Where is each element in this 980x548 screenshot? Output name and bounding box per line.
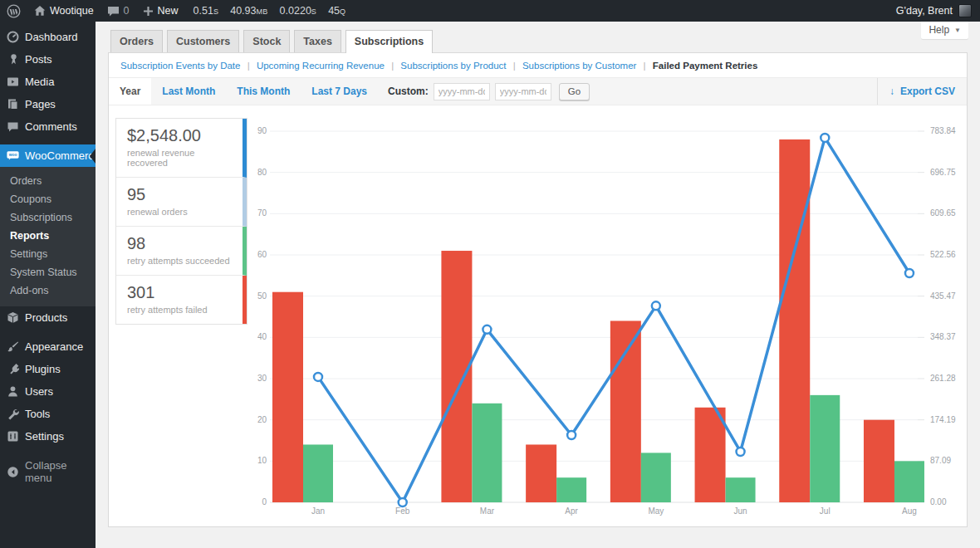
date-from-input[interactable]	[434, 83, 490, 100]
new-content-menu[interactable]: New	[136, 0, 185, 22]
plus-icon	[143, 6, 154, 17]
submenu-item-add-ons[interactable]: Add-ons	[0, 281, 96, 300]
bar-succeeded-Mar[interactable]	[472, 404, 502, 502]
bar-failed-Jul[interactable]	[779, 139, 810, 502]
sidebar-item-dashboard[interactable]: Dashboard	[0, 26, 96, 48]
line-point-Aug[interactable]	[905, 269, 914, 277]
sidebar-item-comments[interactable]: Comments	[0, 115, 96, 138]
bar-failed-Jun[interactable]	[695, 408, 726, 502]
account-greeting: G'day, Brent	[896, 5, 953, 17]
x-axis-label: Apr	[565, 506, 578, 516]
stat-query-time: 0.0220s	[280, 5, 317, 17]
line-point-Jun[interactable]	[737, 448, 745, 456]
bar-succeeded-Jun[interactable]	[726, 477, 756, 502]
submenu-item-system-status[interactable]: System Status	[0, 263, 96, 281]
submenu-item-reports[interactable]: Reports	[0, 227, 96, 245]
submenu-item-subscriptions[interactable]: Subscriptions	[0, 208, 96, 227]
bar-failed-May[interactable]	[610, 320, 641, 502]
x-axis-label: Feb	[395, 506, 410, 516]
line-point-Jul[interactable]	[821, 134, 829, 142]
export-csv-button[interactable]: ↓ Export CSV	[877, 78, 967, 105]
line-point-Apr[interactable]	[567, 431, 576, 439]
legend-label: retry attempts succeeded	[127, 256, 234, 266]
y-axis-right-tick: 696.75	[930, 168, 956, 177]
subnav-subscriptions-by-product[interactable]: Subscriptions by Product	[400, 61, 506, 71]
tab-subscriptions[interactable]: Subscriptions	[345, 30, 433, 53]
bar-failed-Jan[interactable]	[272, 292, 303, 502]
subnav-subscription-events-by-date[interactable]: Subscription Events by Date	[120, 61, 240, 71]
sidebar-item-products[interactable]: Products	[0, 306, 96, 329]
bar-succeeded-May[interactable]	[641, 453, 671, 502]
bar-succeeded-Apr[interactable]	[556, 477, 586, 502]
bar-succeeded-Jul[interactable]	[810, 395, 840, 502]
line-point-Mar[interactable]	[483, 325, 491, 334]
tab-stock[interactable]: Stock	[243, 30, 290, 52]
date-range-toolbar: Year Last Month This Month Last 7 Days C…	[109, 77, 967, 105]
bar-failed-Mar[interactable]	[441, 251, 472, 502]
legend-retry-attempts-failed[interactable]: 301 retry attempts failed	[116, 276, 247, 324]
y-axis-right-tick: 609.65	[930, 208, 956, 218]
wordpress-logo-menu[interactable]	[0, 0, 27, 22]
line-point-Feb[interactable]	[399, 498, 407, 506]
sidebar-item-plugins[interactable]: Plugins	[0, 358, 96, 380]
legend-renewal-orders[interactable]: 95 renewal orders	[116, 178, 247, 227]
y-axis-right-tick: 435.47	[930, 291, 956, 301]
bar-failed-Apr[interactable]	[526, 444, 556, 502]
x-axis-label: Mar	[480, 506, 495, 516]
collapse-icon	[7, 466, 19, 478]
range-last-7-days[interactable]: Last 7 Days	[301, 78, 378, 105]
wrench-icon	[7, 408, 19, 420]
sidebar-item-media[interactable]: Media	[0, 71, 96, 93]
y-axis-left-tick: 60	[257, 250, 267, 259]
date-to-input[interactable]	[495, 83, 551, 100]
custom-range: Custom: Go	[378, 78, 595, 105]
legend-label: retry attempts failed	[127, 305, 234, 315]
legend-value: 301	[127, 283, 234, 302]
x-axis-label: May	[648, 506, 664, 516]
y-axis-right-tick: 783.84	[930, 126, 956, 135]
subnav-failed-payment-retries[interactable]: Failed Payment Retries	[653, 61, 758, 71]
range-last-month[interactable]: Last Month	[151, 78, 226, 105]
comment-count: 0	[124, 5, 130, 17]
legend-renewal-revenue-recovered[interactable]: $2,548.00 renewal revenue recovered	[116, 119, 247, 178]
sidebar-item-users[interactable]: Users	[0, 380, 96, 403]
tab-customers[interactable]: Customers	[167, 30, 239, 52]
collapse-menu-button[interactable]: Collapse menu	[0, 454, 96, 489]
range-year[interactable]: Year	[109, 78, 151, 105]
sidebar-item-pages[interactable]: Pages	[0, 93, 96, 115]
tab-orders[interactable]: Orders	[110, 30, 163, 52]
bar-succeeded-Aug[interactable]	[894, 461, 924, 502]
comments-menu[interactable]: 0	[100, 0, 136, 22]
woocommerce-submenu: Orders Coupons Subscriptions Reports Set…	[0, 167, 96, 306]
tab-taxes[interactable]: Taxes	[294, 30, 341, 52]
submenu-item-settings[interactable]: Settings	[0, 245, 96, 263]
report-panel: Subscription Events by Date | Upcoming R…	[108, 52, 968, 527]
comments-icon	[7, 121, 19, 133]
y-axis-right-tick: 0.00	[930, 497, 947, 506]
bar-failed-Aug[interactable]	[864, 420, 894, 502]
range-this-month[interactable]: This Month	[226, 78, 301, 105]
site-name-menu[interactable]: Wootique	[27, 0, 100, 22]
sidebar-item-tools[interactable]: Tools	[0, 403, 96, 425]
bar-succeeded-Jan[interactable]	[303, 444, 333, 502]
x-axis-label: Jun	[733, 506, 747, 516]
go-button[interactable]: Go	[559, 83, 590, 100]
submenu-item-orders[interactable]: Orders	[0, 172, 96, 190]
submenu-item-coupons[interactable]: Coupons	[0, 190, 96, 208]
subnav-upcoming-recurring-revenue[interactable]: Upcoming Recurring Revenue	[257, 61, 385, 71]
media-icon	[7, 76, 19, 88]
y-axis-left-tick: 30	[257, 374, 267, 383]
sidebar-item-appearance[interactable]: Appearance	[0, 335, 96, 358]
account-menu[interactable]: G'day, Brent	[888, 4, 980, 17]
legend-retry-attempts-succeeded[interactable]: 98 retry attempts succeeded	[116, 227, 247, 276]
line-point-May[interactable]	[652, 301, 660, 310]
subnav-subscriptions-by-customer[interactable]: Subscriptions by Customer	[522, 61, 636, 71]
performance-stats: 0.51s 40.93mb 0.0220s 45q	[185, 5, 355, 17]
sidebar-item-settings[interactable]: Settings	[0, 425, 96, 448]
admin-sidebar: Dashboard Posts Media Pages Comments woo	[0, 22, 96, 548]
new-label: New	[158, 5, 179, 17]
sidebar-item-woocommerce[interactable]: woo WooCommerce	[0, 144, 96, 167]
line-point-Jan[interactable]	[314, 373, 322, 381]
help-button[interactable]: Help ▼	[921, 22, 968, 39]
sidebar-item-posts[interactable]: Posts	[0, 48, 96, 71]
